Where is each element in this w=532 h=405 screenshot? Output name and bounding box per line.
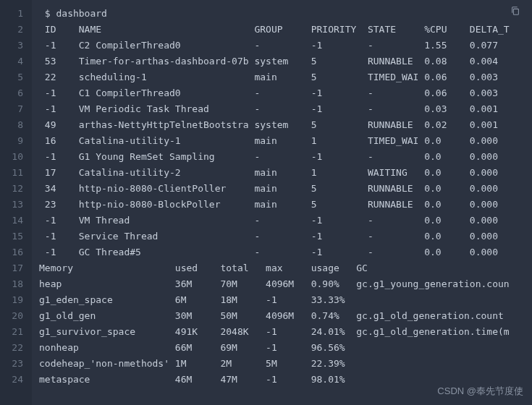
line-number: 15: [0, 229, 32, 244]
line-number: 10: [0, 149, 32, 165]
line-number: 7: [0, 101, 32, 117]
thread-row: -1 GC Thread#5 - -1 - 0.0 0.000: [39, 244, 532, 260]
line-number: 11: [0, 165, 32, 181]
thread-row: -1 C2 CompilerThread0 - -1 - 1.55 0.077: [39, 38, 532, 54]
thread-row: -1 VM Periodic Task Thread - -1 - 0.03 0…: [39, 101, 532, 117]
line-number: 18: [0, 276, 32, 292]
thread-row: 17 Catalina-utility-2 main 1 WAITING 0.0…: [39, 165, 532, 181]
line-number: 4: [0, 54, 32, 69]
line-number: 19: [0, 292, 32, 308]
line-number: 8: [0, 117, 32, 133]
line-number-gutter: 123456789101112131415161718192021222324: [0, 0, 32, 405]
line-number: 3: [0, 38, 32, 54]
line-number: 1: [0, 6, 32, 22]
command-line: $ dashboard: [39, 6, 532, 22]
memory-row: heap 36M 70M 4096M 0.90% gc.g1_young_gen…: [39, 276, 532, 292]
memory-row: g1_old_gen 30M 50M 4096M 0.74% gc.g1_old…: [39, 308, 532, 324]
line-number: 16: [0, 244, 32, 260]
line-number: 17: [0, 260, 32, 276]
line-number: 6: [0, 85, 32, 101]
thread-header: ID NAME GROUP PRIORITY STATE %CPU DELTA_…: [39, 22, 532, 38]
thread-row: -1 VM Thread - -1 - 0.0 0.000: [39, 213, 532, 229]
line-number: 22: [0, 340, 32, 356]
line-number: 14: [0, 213, 32, 229]
line-number: 23: [0, 356, 32, 372]
line-number: 24: [0, 372, 32, 388]
code-output: $ dashboard ID NAME GROUP PRIORITY STATE…: [32, 0, 532, 405]
thread-row: 53 Timer-for-arthas-dashboard-07b system…: [39, 54, 532, 69]
thread-row: 16 Catalina-utility-1 main 1 TIMED_WAI 0…: [39, 133, 532, 149]
thread-row: -1 Service Thread - -1 - 0.0 0.000: [39, 229, 532, 244]
line-number: 21: [0, 324, 32, 340]
line-number: 5: [0, 69, 32, 85]
memory-row: codeheap_'non-nmethods' 1M 2M 5M 22.39%: [39, 356, 532, 372]
thread-row: 23 http-nio-8080-BlockPoller main 5 RUNN…: [39, 197, 532, 213]
thread-row: 49 arthas-NettyHttpTelnetBootstra system…: [39, 117, 532, 133]
memory-row: g1_eden_space 6M 18M -1 33.33%: [39, 292, 532, 308]
line-number: 13: [0, 197, 32, 213]
line-number: 20: [0, 308, 32, 324]
memory-row: nonheap 66M 69M -1 96.56%: [39, 340, 532, 356]
svg-rect-0: [513, 9, 518, 14]
watermark: CSDN @奉先节度使: [437, 385, 523, 398]
line-number: 9: [0, 133, 32, 149]
line-number: 2: [0, 22, 32, 38]
line-number: 12: [0, 181, 32, 197]
thread-row: -1 G1 Young RemSet Sampling - -1 - 0.0 0…: [39, 149, 532, 165]
copy-icon[interactable]: [510, 6, 520, 18]
thread-row: -1 C1 CompilerThread0 - -1 - 0.06 0.003: [39, 85, 532, 101]
thread-row: 34 http-nio-8080-ClientPoller main 5 RUN…: [39, 181, 532, 197]
memory-header: Memory used total max usage GC: [39, 260, 532, 276]
memory-row: g1_survivor_space 491K 2048K -1 24.01% g…: [39, 324, 532, 340]
thread-row: 22 scheduling-1 main 5 TIMED_WAI 0.06 0.…: [39, 69, 532, 85]
